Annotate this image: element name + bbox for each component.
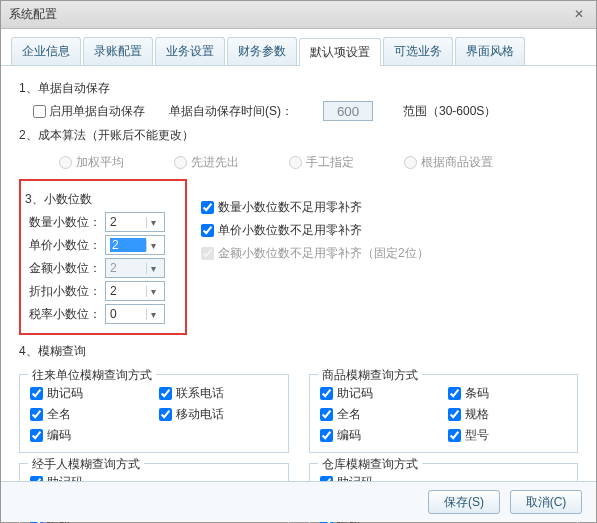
tab-entry-config[interactable]: 录账配置 (83, 37, 153, 65)
product-item-1[interactable]: 条码 (448, 385, 567, 402)
decimal-value-2: 2 (110, 261, 146, 275)
decimal-label-4: 税率小数位： (27, 306, 101, 323)
section2-title: 2、成本算法（开账后不能更改） (19, 127, 578, 144)
decimal-select-0[interactable]: 2▾ (105, 212, 165, 232)
partner-label-2: 全名 (47, 406, 71, 423)
decimal-value-4: 0 (110, 307, 146, 321)
product-label-4: 编码 (337, 427, 361, 444)
tab-bar: 企业信息 录账配置 业务设置 财务参数 默认项设置 可选业务 界面风格 (1, 29, 596, 66)
partner-checkbox-2[interactable] (30, 408, 43, 421)
decimal-value-3: 2 (110, 284, 146, 298)
section4-title: 4、模糊查询 (19, 343, 578, 360)
save-button[interactable]: 保存(S) (428, 490, 500, 514)
decimal-check-input-1[interactable] (201, 224, 214, 237)
decimal-check-label-1: 单价小数位数不足用零补齐 (218, 222, 362, 239)
product-label-5: 型号 (465, 427, 489, 444)
partner-checkbox-1[interactable] (159, 387, 172, 400)
cancel-button[interactable]: 取消(C) (510, 490, 582, 514)
decimals-highlight-box: 3、小数位数 数量小数位：2▾单价小数位：2▾金额小数位：2▾折扣小数位：2▾税… (19, 179, 187, 335)
decimal-label-2: 金额小数位： (27, 260, 101, 277)
tab-ui-style[interactable]: 界面风格 (455, 37, 525, 65)
decimal-select-3[interactable]: 2▾ (105, 281, 165, 301)
decimal-label-1: 单价小数位： (27, 237, 101, 254)
product-label-3: 规格 (465, 406, 489, 423)
partner-item-4[interactable]: 编码 (30, 427, 149, 444)
product-item-0[interactable]: 助记码 (320, 385, 439, 402)
cost-method-fifo: 先进先出 (174, 154, 239, 171)
partner-item-3[interactable]: 移动电话 (159, 406, 278, 423)
cost-method-by-product: 根据商品设置 (404, 154, 493, 171)
chevron-down-icon[interactable]: ▾ (146, 217, 160, 228)
autosave-time-input[interactable] (323, 101, 373, 121)
chevron-down-icon: ▾ (146, 263, 160, 274)
tab-default-settings[interactable]: 默认项设置 (299, 38, 381, 66)
product-label-1: 条码 (465, 385, 489, 402)
decimal-check-2: 金额小数位数不足用零补齐（固定2位） (201, 245, 429, 262)
decimal-check-input-0[interactable] (201, 201, 214, 214)
group-warehouse-legend: 仓库模糊查询方式 (318, 456, 422, 473)
enable-autosave-input[interactable] (33, 105, 46, 118)
decimal-select-4[interactable]: 0▾ (105, 304, 165, 324)
product-label-0: 助记码 (337, 385, 373, 402)
partner-checkbox-4[interactable] (30, 429, 43, 442)
partner-checkbox-3[interactable] (159, 408, 172, 421)
group-partner-legend: 往来单位模糊查询方式 (28, 367, 156, 384)
cost-method-weighted: 加权平均 (59, 154, 124, 171)
section3-title: 3、小数位数 (25, 191, 179, 208)
product-checkbox-4[interactable] (320, 429, 333, 442)
decimal-check-input-2 (201, 247, 214, 260)
decimal-select-1[interactable]: 2▾ (105, 235, 165, 255)
partner-label-1: 联系电话 (176, 385, 224, 402)
tab-business-settings[interactable]: 业务设置 (155, 37, 225, 65)
cost-method-manual: 手工指定 (289, 154, 354, 171)
product-item-5[interactable]: 型号 (448, 427, 567, 444)
partner-label-0: 助记码 (47, 385, 83, 402)
decimal-check-label-0: 数量小数位数不足用零补齐 (218, 199, 362, 216)
dialog-title: 系统配置 (9, 6, 570, 23)
chevron-down-icon[interactable]: ▾ (146, 240, 160, 251)
enable-autosave-label: 启用单据自动保存 (49, 103, 145, 120)
section1-title: 1、单据自动保存 (19, 80, 578, 97)
decimal-check-label-2: 金额小数位数不足用零补齐（固定2位） (218, 245, 429, 262)
chevron-down-icon[interactable]: ▾ (146, 286, 160, 297)
product-checkbox-1[interactable] (448, 387, 461, 400)
tab-optional-business[interactable]: 可选业务 (383, 37, 453, 65)
tab-enterprise-info[interactable]: 企业信息 (11, 37, 81, 65)
autosave-time-label: 单据自动保存时间(S)： (169, 103, 293, 120)
partner-checkbox-0[interactable] (30, 387, 43, 400)
decimal-label-3: 折扣小数位： (27, 283, 101, 300)
partner-item-2[interactable]: 全名 (30, 406, 149, 423)
product-checkbox-5[interactable] (448, 429, 461, 442)
decimal-value-0: 2 (110, 215, 146, 229)
group-partner-fuzzy: 往来单位模糊查询方式 助记码联系电话全名移动电话编码 (19, 374, 289, 453)
decimal-value-1: 2 (110, 238, 146, 252)
decimal-select-2: 2▾ (105, 258, 165, 278)
product-item-2[interactable]: 全名 (320, 406, 439, 423)
product-checkbox-2[interactable] (320, 408, 333, 421)
product-item-4[interactable]: 编码 (320, 427, 439, 444)
partner-item-0[interactable]: 助记码 (30, 385, 149, 402)
group-handler-legend: 经手人模糊查询方式 (28, 456, 144, 473)
group-product-fuzzy: 商品模糊查询方式 助记码条码全名规格编码型号 (309, 374, 579, 453)
group-product-legend: 商品模糊查询方式 (318, 367, 422, 384)
decimal-check-0[interactable]: 数量小数位数不足用零补齐 (201, 199, 429, 216)
partner-label-4: 编码 (47, 427, 71, 444)
close-icon[interactable]: ✕ (570, 6, 588, 24)
partner-item-1[interactable]: 联系电话 (159, 385, 278, 402)
partner-label-3: 移动电话 (176, 406, 224, 423)
product-label-2: 全名 (337, 406, 361, 423)
product-item-3[interactable]: 规格 (448, 406, 567, 423)
decimal-check-1[interactable]: 单价小数位数不足用零补齐 (201, 222, 429, 239)
decimal-label-0: 数量小数位： (27, 214, 101, 231)
product-checkbox-3[interactable] (448, 408, 461, 421)
autosave-range-label: 范围（30-600S） (403, 103, 496, 120)
product-checkbox-0[interactable] (320, 387, 333, 400)
chevron-down-icon[interactable]: ▾ (146, 309, 160, 320)
enable-autosave-checkbox[interactable]: 启用单据自动保存 (33, 103, 145, 120)
tab-finance-params[interactable]: 财务参数 (227, 37, 297, 65)
